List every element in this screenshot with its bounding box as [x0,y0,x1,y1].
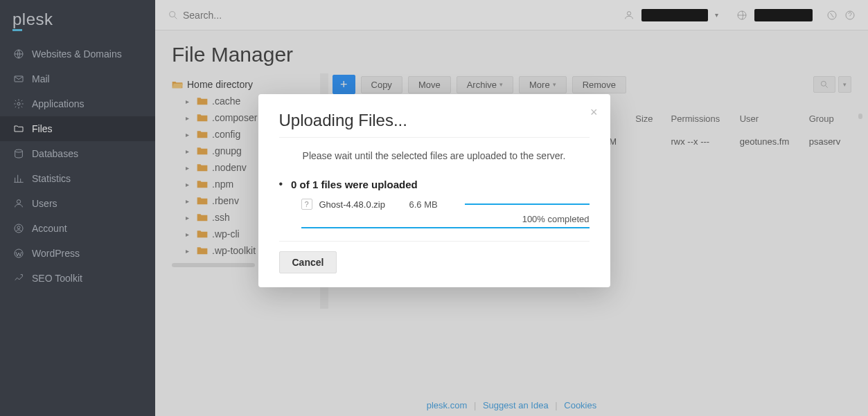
unknown-file-icon: ? [301,199,312,210]
upload-status: 0 of 1 files were uploaded [291,179,418,190]
upload-file-name: Ghost-4.48.0.zip [319,199,402,210]
upload-file-size: 6.6 MB [409,199,451,210]
modal-message: Please wait until the selected files are… [279,150,590,161]
upload-modal: × Uploading Files... Please wait until t… [258,94,610,287]
cancel-button[interactable]: Cancel [279,251,337,273]
close-icon[interactable]: × [590,105,598,120]
total-progress-bar [301,227,590,228]
modal-title: Uploading Files... [279,111,590,130]
bullet-icon: • [279,178,283,190]
modal-overlay: × Uploading Files... Please wait until t… [0,0,868,416]
upload-percent: 100% completed [279,214,590,224]
upload-file-row: ? Ghost-4.48.0.zip 6.6 MB [279,199,590,210]
file-progress-bar [465,204,590,205]
